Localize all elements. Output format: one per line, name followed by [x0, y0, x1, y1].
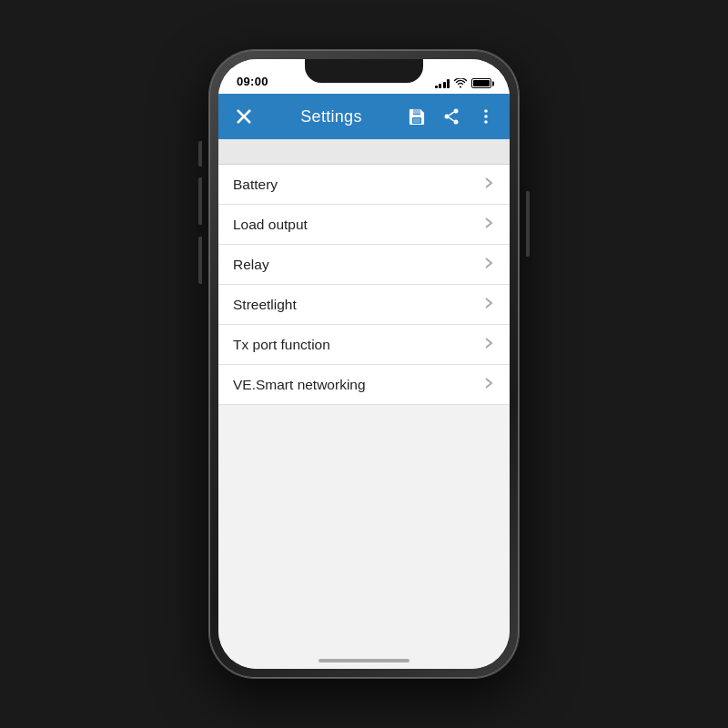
volume-down-button: [198, 237, 202, 284]
svg-point-8: [445, 115, 450, 119]
header-actions: [404, 104, 499, 129]
chevron-right-icon: [482, 177, 495, 193]
menu-item-streetlight[interactable]: Streetlight: [218, 285, 510, 325]
status-icons: [435, 78, 492, 88]
chevron-right-icon: [482, 297, 495, 313]
chevron-right-icon: [482, 217, 495, 233]
save-button[interactable]: [404, 104, 430, 129]
svg-point-13: [484, 120, 488, 124]
mute-button: [198, 141, 202, 167]
chevron-right-icon: [482, 257, 495, 273]
chevron-right-icon: [482, 337, 495, 353]
app-header: Settings: [218, 94, 510, 139]
power-button: [526, 191, 530, 257]
menu-item-label: Streetlight: [233, 297, 297, 313]
menu-item-label: Load output: [233, 217, 308, 233]
svg-point-6: [454, 109, 459, 114]
page-title: Settings: [266, 107, 397, 126]
menu-item-ve-smart[interactable]: VE.Smart networking: [218, 365, 510, 405]
menu-item-label: Tx port function: [233, 337, 330, 353]
svg-point-7: [454, 120, 459, 125]
phone-device: 09:00: [209, 50, 519, 678]
menu-item-label: VE.Smart networking: [233, 377, 366, 393]
svg-line-9: [449, 112, 453, 116]
notch: [305, 59, 423, 83]
svg-point-12: [484, 115, 488, 118]
status-time: 09:00: [237, 75, 268, 88]
wifi-icon: [454, 78, 467, 88]
svg-line-10: [449, 117, 453, 121]
menu-list: Battery Load output Relay Streetlight: [218, 165, 510, 405]
svg-point-11: [484, 109, 488, 113]
share-button[interactable]: [439, 104, 464, 129]
volume-up-button: [198, 177, 202, 225]
signal-icon: [435, 78, 450, 88]
menu-item-load-output[interactable]: Load output: [218, 205, 510, 245]
chevron-right-icon: [482, 377, 495, 393]
menu-item-relay[interactable]: Relay: [218, 245, 510, 285]
svg-rect-5: [413, 118, 420, 123]
menu-item-tx-port[interactable]: Tx port function: [218, 325, 510, 365]
home-indicator: [318, 659, 410, 662]
menu-item-label: Battery: [233, 177, 278, 193]
section-header: [218, 139, 510, 165]
more-button[interactable]: [473, 104, 499, 129]
content-area: [218, 405, 510, 669]
menu-item-battery[interactable]: Battery: [218, 165, 510, 205]
menu-item-label: Relay: [233, 257, 269, 273]
close-button[interactable]: [229, 102, 258, 131]
battery-status-icon: [471, 78, 491, 88]
phone-screen: 09:00: [218, 59, 510, 669]
svg-rect-4: [413, 109, 420, 114]
